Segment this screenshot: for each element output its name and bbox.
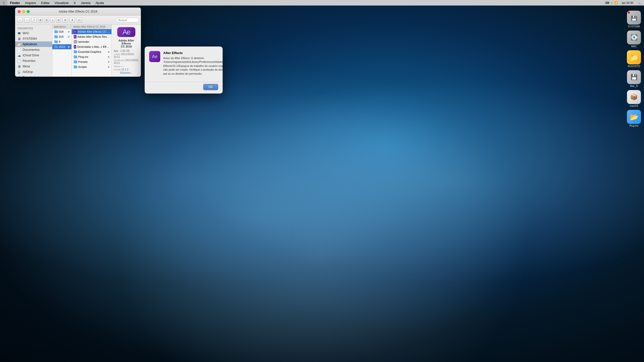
- desktop:  Finder Arquivo Editar Visualizar Ir Ja…: [0, 0, 644, 362]
- ae-icon-sm: Ae: [74, 45, 76, 49]
- sidebar-item-recentes[interactable]: 🕐 Recentes: [15, 58, 52, 64]
- minimize-button[interactable]: [22, 10, 25, 13]
- col2-item-aerender[interactable]: aerender: [72, 39, 111, 44]
- col1-header: Aplicativos: [52, 25, 71, 29]
- dock-icon-plugins: 📂: [627, 110, 641, 124]
- dock-item-macos[interactable]: 📦 macOS: [625, 90, 643, 107]
- edit-tags-button[interactable]: 🏷: [76, 18, 82, 23]
- finder-search-input[interactable]: [116, 18, 139, 22]
- folder-icon: [54, 40, 58, 43]
- col2-item-render-engine[interactable]: Ae Adobe After Effects Render Engine: [72, 34, 111, 39]
- sidebar-item-documentos[interactable]: 📄 Documentos: [15, 47, 52, 53]
- ajuda-menu[interactable]: Ajuda: [93, 0, 106, 6]
- menu-right-time: qui 16:30: [621, 1, 634, 4]
- maximize-button[interactable]: [27, 10, 30, 13]
- ae-dialog-text-area: After Effects Aviso do After Effects: O …: [163, 51, 223, 76]
- dock-label-mac-n: Mac_N: [630, 85, 638, 87]
- apple-menu[interactable]: : [0, 0, 7, 6]
- dock-label-macos: macOS: [630, 105, 638, 107]
- dock: 💾 SYSTEMA 💽 MAC 📁 AUGUSTO 💾 Mac_N: [624, 6, 644, 362]
- sidebar-item-aplicativos[interactable]: 📁 Aplicativos: [15, 41, 52, 47]
- ae-dialog-content: Ae After Effects Aviso do After Effects:…: [145, 47, 223, 82]
- forward-button[interactable]: ›: [24, 18, 30, 23]
- finder-column-1: Aplicativos 018 ▶ 019 ▶: [52, 25, 72, 77]
- ae-icon-sm: Ae: [74, 30, 77, 33]
- sidebar-item-systema[interactable]: 🖥 SYSTEMA: [15, 36, 52, 41]
- col1-item-019a[interactable]: 019 ▶: [52, 34, 71, 39]
- sidebar-item-icloud[interactable]: ☁ iCloud Drive: [15, 53, 52, 58]
- ir-menu[interactable]: Ir: [71, 0, 78, 6]
- folder-icon: [54, 30, 58, 33]
- editar-menu[interactable]: Editar: [38, 0, 52, 6]
- finder-column-2: Adobe After Effects CC 2018 Ae Adobe Aft…: [72, 25, 112, 77]
- search-icon[interactable]: 🔍: [636, 1, 642, 5]
- icloud-icon: ☁: [17, 54, 21, 57]
- view-flow-button[interactable]: ⊟: [56, 18, 61, 23]
- preview-criado: Criado 15/11/2018, 16:11: [114, 53, 139, 58]
- dialog-ok-button[interactable]: OK: [203, 84, 218, 90]
- finder-window-title: Adobe After Effects CC 2018: [59, 10, 97, 13]
- ae-app-icon: Ae: [117, 27, 135, 37]
- action-button[interactable]: ⚙: [62, 18, 68, 23]
- menubar-right: ⌨ 🔋 📶 qui 16:30 🔍: [604, 1, 644, 5]
- folder-icon: [74, 66, 77, 68]
- dock-label-mac: MAC: [631, 45, 637, 48]
- sidebar-item-mac[interactable]: 💻 MAC: [15, 30, 52, 36]
- col2-item-plugins[interactable]: Plug-ins ▶: [72, 54, 111, 59]
- app-name-menu[interactable]: Finder: [7, 0, 22, 6]
- dock-item-systema[interactable]: 💾 SYSTEMA: [625, 11, 643, 28]
- sidebar-item-airdrop[interactable]: 📡 AirDrop: [15, 69, 52, 75]
- systema-dot: [628, 12, 630, 14]
- sidebar-item-mesa[interactable]: 🖥 Mesa: [15, 64, 52, 69]
- ae-dialog-message: Aviso do After Effects: O diretório '/Us…: [163, 56, 223, 76]
- transferencias-icon: ⬇: [17, 76, 21, 77]
- col1-item-2019[interactable]: 2019 ▶: [52, 44, 71, 49]
- dock-label-plugins: Plug-ins: [629, 124, 638, 127]
- dock-label-augusto: AUGUSTO: [628, 65, 640, 68]
- dock-icon-augusto: 📁: [627, 50, 641, 64]
- menubar:  Finder Arquivo Editar Visualizar Ir Ja…: [0, 0, 644, 6]
- finder-titlebar: Adobe After Effects CC 2018: [15, 8, 141, 16]
- back-button[interactable]: ‹: [17, 18, 23, 23]
- ae-dialog-header: Ae After Effects Aviso do After Effects:…: [149, 51, 218, 76]
- airdrop-icon: 📡: [17, 70, 21, 74]
- dock-item-mac[interactable]: 💽 MAC: [625, 30, 643, 48]
- preview-app-type: App · 1.95 GB: [114, 50, 139, 52]
- col1-item-9[interactable]: 9: [52, 39, 71, 44]
- mac-icon: 💻: [17, 31, 21, 35]
- sidebar-item-transferencias[interactable]: ⬇ Transferências: [15, 75, 52, 77]
- arquivo-menu[interactable]: Arquivo: [22, 0, 38, 6]
- view-list-button[interactable]: ☰: [44, 18, 49, 23]
- dock-label-systema: SYSTEMA: [628, 25, 640, 28]
- finder-preview-pane: Ae Adobe After EffectsCC 2018 App · 1.95…: [112, 25, 141, 77]
- col2-item-presets[interactable]: Presets ▶: [72, 59, 111, 64]
- folder-icon: [74, 56, 77, 58]
- col2-item-ae2018[interactable]: Ae Adobe After Effects CC 2018: [72, 29, 111, 34]
- folder-icon: [54, 46, 58, 48]
- col2-item-desinstalar[interactable]: Ae Desinstalar o Ado...r Effects CC 2018: [72, 44, 111, 49]
- aplicativos-icon: 📁: [17, 42, 21, 46]
- dock-item-augusto[interactable]: 📁 AUGUSTO: [625, 50, 643, 68]
- preview-tags-link[interactable]: Etiquetas...: [120, 71, 133, 74]
- systema-icon: 🖥: [17, 37, 21, 41]
- dock-item-mac-n[interactable]: 💾 Mac_N: [625, 70, 643, 87]
- dock-item-plugins[interactable]: 📂 Plug-ins: [625, 110, 643, 127]
- col1-item-018[interactable]: 018 ▶: [52, 29, 71, 34]
- documentos-icon: 📄: [17, 48, 21, 52]
- col2-item-scripts[interactable]: Scripts ▶: [72, 64, 111, 69]
- close-button[interactable]: [18, 10, 21, 13]
- mesa-icon: 🖥: [17, 65, 21, 68]
- share-button[interactable]: ⬆: [69, 18, 75, 23]
- folder-icon: [54, 35, 58, 38]
- view-cols-button[interactable]: ⫿: [50, 18, 55, 23]
- menubar-left:  Finder Arquivo Editar Visualizar Ir Ja…: [0, 0, 106, 6]
- finder-toolbar: ‹ › ? ⊞ ☰ ⫿ ⊟ ⚙ ⬆ 🏷: [15, 16, 141, 25]
- visualizar-menu[interactable]: Visualizar: [52, 0, 71, 6]
- view-icons-button[interactable]: ⊞: [38, 18, 43, 23]
- folder-icon: [74, 61, 77, 63]
- col2-item-essential[interactable]: Essential Graphics ▶: [72, 49, 111, 54]
- janela-menu[interactable]: Janela: [78, 0, 93, 6]
- finder-sidebar: Favoritos 💻 MAC 🖥 SYSTEMA 📁 Aplicativos …: [15, 25, 52, 77]
- preview-app-name: Adobe After EffectsCC 2018: [114, 39, 139, 48]
- help-button[interactable]: ?: [31, 18, 37, 23]
